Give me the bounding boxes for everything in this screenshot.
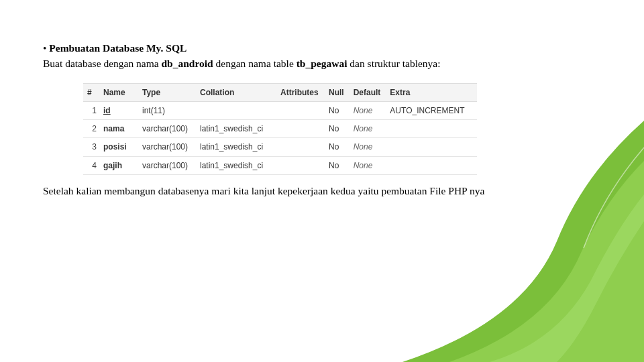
table-row: 4gajihvarchar(100)latin1_swedish_ciNoNon…: [83, 156, 477, 174]
intro-prefix: Buat database dengan nama: [43, 58, 161, 69]
cell-name: id: [99, 102, 138, 120]
cell-null: No: [325, 102, 350, 120]
cell-num: 4: [83, 156, 99, 174]
intro-line: Buat database dengan nama db_android den…: [43, 57, 614, 71]
intro-suffix: dan struktur tablenya:: [347, 58, 440, 69]
cell-num: 1: [83, 102, 99, 120]
after-text: Setelah kalian membangun databasenya mar…: [43, 184, 614, 198]
cell-extra: [386, 138, 477, 156]
cell-type: int(11): [138, 102, 196, 120]
table-name: tb_pegawai: [297, 58, 347, 69]
cell-name: nama: [99, 120, 138, 138]
table-header-row: # Name Type Collation Attributes Null De…: [83, 83, 477, 101]
th-default: Default: [350, 83, 386, 101]
heading-text: Pembuatan Database My. SQL: [49, 42, 186, 54]
cell-collation: latin1_swedish_ci: [196, 156, 276, 174]
table-row: 1idint(11)NoNoneAUTO_INCREMENT: [83, 102, 477, 120]
cell-name: posisi: [99, 138, 138, 156]
th-null: Null: [325, 83, 350, 101]
table-body: 1idint(11)NoNoneAUTO_INCREMENT2namavarch…: [83, 102, 477, 175]
slide-content: • Pembuatan Database My. SQL Buat databa…: [0, 0, 644, 198]
structure-table: # Name Type Collation Attributes Null De…: [83, 83, 477, 175]
cell-null: No: [325, 156, 350, 174]
cell-attributes: [276, 156, 325, 174]
cell-default: None: [350, 138, 386, 156]
table-row: 3posisivarchar(100)latin1_swedish_ciNoNo…: [83, 138, 477, 156]
th-num: #: [83, 83, 99, 101]
th-extra: Extra: [386, 83, 477, 101]
cell-default: None: [350, 102, 386, 120]
table-row: 2namavarchar(100)latin1_swedish_ciNoNone: [83, 120, 477, 138]
cell-attributes: [276, 102, 325, 120]
cell-name: gajih: [99, 156, 138, 174]
th-type: Type: [138, 83, 196, 101]
db-name: db_android: [161, 58, 213, 69]
bullet-icon: •: [43, 42, 49, 54]
cell-collation: latin1_swedish_ci: [196, 138, 276, 156]
cell-default: None: [350, 156, 386, 174]
cell-collation: [196, 102, 276, 120]
cell-collation: latin1_swedish_ci: [196, 120, 276, 138]
heading-line: • Pembuatan Database My. SQL: [43, 42, 614, 56]
cell-type: varchar(100): [138, 156, 196, 174]
th-attr: Attributes: [276, 83, 325, 101]
cell-attributes: [276, 120, 325, 138]
cell-null: No: [325, 120, 350, 138]
cell-null: No: [325, 138, 350, 156]
cell-num: 3: [83, 138, 99, 156]
th-name: Name: [99, 83, 138, 101]
th-collation: Collation: [196, 83, 276, 101]
cell-extra: AUTO_INCREMENT: [386, 102, 477, 120]
structure-table-wrap: # Name Type Collation Attributes Null De…: [83, 83, 614, 175]
cell-extra: [386, 120, 477, 138]
cell-default: None: [350, 120, 386, 138]
cell-attributes: [276, 138, 325, 156]
cell-num: 2: [83, 120, 99, 138]
cell-type: varchar(100): [138, 120, 196, 138]
cell-extra: [386, 156, 477, 174]
cell-type: varchar(100): [138, 138, 196, 156]
intro-mid: dengan nama table: [213, 58, 297, 69]
